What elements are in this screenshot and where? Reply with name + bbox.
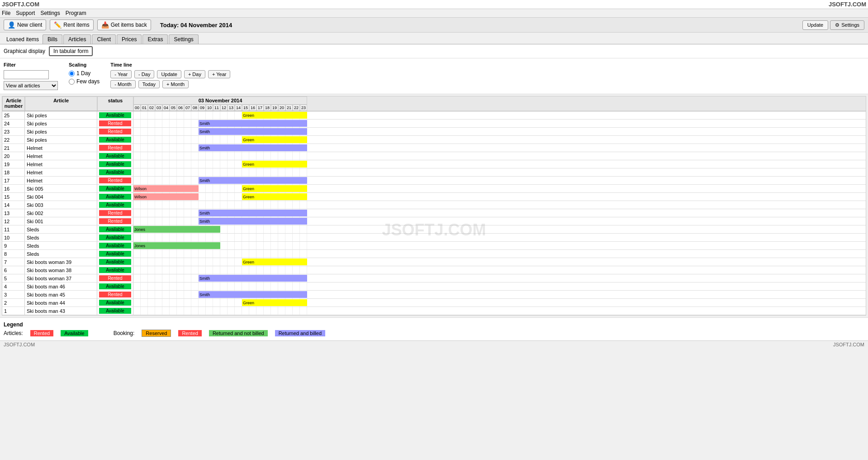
menu-support[interactable]: Support — [16, 10, 35, 16]
cell-number: 4 — [2, 283, 25, 290]
minus-day-button[interactable]: - Day — [134, 70, 154, 78]
cell-status: Available — [97, 193, 133, 201]
table-row: 4Ski boots man 46Available — [2, 283, 866, 291]
cell-status: Rented — [97, 291, 133, 298]
menu-file[interactable]: File — [2, 10, 10, 16]
hour-cell: 08 — [191, 105, 199, 111]
table-row: 16Ski 005AvailableWilsonGreen — [2, 185, 866, 193]
menu-program[interactable]: Program — [66, 10, 86, 16]
timeline-cell: WilsonGreen — [133, 185, 307, 192]
tab-prices[interactable]: Prices — [117, 34, 142, 44]
scaling-fewdays-label: Few days — [76, 78, 100, 85]
timeline-cell: Smith — [133, 291, 307, 298]
get-items-back-button[interactable]: 📥 Get items back — [97, 19, 151, 30]
update-button[interactable]: Update — [157, 70, 181, 78]
table-row: 24Ski polesRentedSmith — [2, 120, 866, 128]
booking-bar: Green — [242, 112, 307, 119]
in-tabular-form-button[interactable]: In tabular form — [49, 46, 93, 56]
scaling-1day-radio[interactable] — [69, 71, 75, 77]
table-row: 7Ski boots woman 39AvailableGreen — [2, 258, 866, 266]
status-badge: Available — [99, 259, 131, 265]
plus-month-button[interactable]: + Month — [162, 80, 189, 88]
today-button[interactable]: Today — [138, 80, 160, 88]
hour-cell: 20 — [278, 105, 285, 111]
bottom-left: JSOFTJ.COM — [4, 342, 35, 347]
table-row: 20HelmetAvailable — [2, 152, 866, 160]
minus-month-button[interactable]: - Month — [110, 80, 135, 88]
table-row: 3Ski boots man 45RentedSmith — [2, 291, 866, 299]
tab-settings[interactable]: Settings — [169, 34, 198, 44]
tab-bills[interactable]: Bills — [43, 34, 62, 44]
cell-article: Helmet — [25, 177, 97, 184]
cell-number: 20 — [2, 152, 25, 160]
hour-cell: 15 — [242, 105, 249, 111]
timeline-cell: Jones — [133, 225, 307, 233]
hour-cell: 19 — [271, 105, 278, 111]
hour-cell: 01 — [141, 105, 148, 111]
status-badge: Rented — [99, 177, 131, 183]
hour-cell: 12 — [220, 105, 228, 111]
booking-bar: Smith — [199, 128, 307, 135]
cell-status: Rented — [97, 144, 133, 152]
booking-bar: Smith — [199, 144, 307, 151]
booking-bar: Smith — [199, 291, 307, 298]
cell-article: Ski 001 — [25, 217, 97, 225]
hour-cell: 03 — [155, 105, 162, 111]
cell-number: 12 — [2, 217, 25, 225]
status-badge: Available — [99, 300, 131, 306]
filter-input[interactable] — [4, 70, 49, 79]
minus-year-button[interactable]: - Year — [110, 70, 132, 78]
cell-status: Available — [97, 242, 133, 249]
hour-cell: 13 — [228, 105, 235, 111]
booking-bar: Green — [242, 259, 307, 265]
status-badge: Available — [99, 283, 131, 289]
filter-select[interactable]: View all articles — [4, 81, 58, 90]
status-badge: Rented — [99, 210, 131, 216]
cell-article: Ski poles — [25, 136, 97, 144]
today-label: Today: 04 November 2014 — [160, 22, 232, 29]
cell-number: 7 — [2, 258, 25, 266]
hour-cell: 16 — [249, 105, 256, 111]
hour-cell: 18 — [264, 105, 271, 111]
rent-items-button[interactable]: ✏️ Rent items — [50, 19, 93, 30]
status-badge: Available — [99, 226, 131, 232]
table-row: 19HelmetAvailableGreen — [2, 160, 866, 168]
status-badge: Rented — [99, 129, 131, 134]
hour-cell: 21 — [285, 105, 293, 111]
hour-cell: 00 — [133, 105, 141, 111]
plus-day-button[interactable]: + Day — [184, 70, 205, 78]
status-badge: Rented — [99, 120, 131, 126]
cell-article: Ski boots woman 38 — [25, 266, 97, 274]
cell-article: Ski boots woman 37 — [25, 274, 97, 282]
status-badge: Available — [99, 194, 131, 200]
cell-number: 19 — [2, 160, 25, 168]
settings-button-top[interactable]: ⚙ Settings — [830, 20, 864, 30]
col-header-num: Article number — [2, 96, 25, 111]
menu-settings[interactable]: Settings — [40, 10, 60, 16]
cell-article: Ski poles — [25, 128, 97, 135]
app-title-right: JSOFTJ.COM — [829, 1, 866, 8]
returned-billed-badge: Returned and billed — [275, 330, 325, 336]
tab-articles[interactable]: Articles — [63, 34, 91, 44]
cell-article: Ski boots woman 39 — [25, 258, 97, 266]
table-row: 22Ski polesAvailableGreen — [2, 136, 866, 144]
new-client-button[interactable]: 👤 New client — [4, 19, 46, 30]
tab-extras[interactable]: Extras — [142, 34, 168, 44]
update-button-top[interactable]: Update — [802, 20, 828, 30]
col-header-status: status — [97, 96, 133, 111]
table-row: 1Ski boots man 43Available — [2, 307, 866, 315]
scaling-fewdays-radio[interactable] — [69, 79, 75, 85]
cell-status: Available — [97, 307, 133, 315]
timeline-cell — [133, 168, 307, 176]
hour-cell: 06 — [177, 105, 184, 111]
status-badge: Available — [99, 186, 131, 192]
timeline-cell: Smith — [133, 144, 307, 152]
tab-client[interactable]: Client — [92, 34, 116, 44]
display-label: Graphical display — [4, 48, 45, 54]
booking-bar: Wilson — [133, 185, 199, 192]
timeline-cell: Smith — [133, 217, 307, 225]
cell-status: Available — [97, 283, 133, 290]
table-row: 25Ski polesAvailableGreen — [2, 111, 866, 120]
table-row: 5Ski boots woman 37RentedSmith — [2, 274, 866, 283]
plus-year-button[interactable]: + Year — [208, 70, 231, 78]
